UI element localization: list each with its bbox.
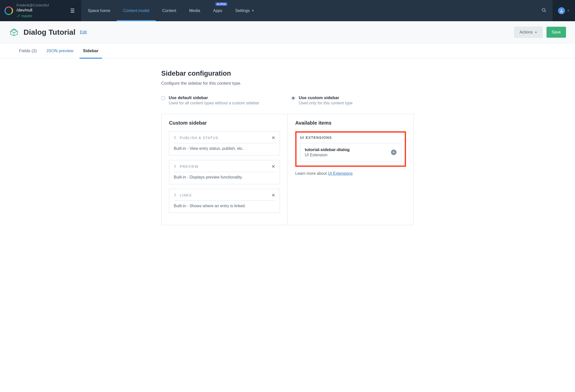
tab-json-preview[interactable]: JSON preview [46, 43, 74, 58]
nav-content[interactable]: Content [156, 0, 183, 21]
chevron-down-icon: ▼ [567, 9, 570, 12]
nav-apps[interactable]: ALPHA Apps [207, 0, 229, 21]
custom-sidebar-panel: Custom sidebar ⠿ PUBLISH & STATUS ✕ Buil… [162, 114, 288, 225]
branch-indicator: ⎇ master [16, 14, 68, 18]
main-nav: Space home Content model Content Media A… [81, 0, 536, 21]
widget-publish-status[interactable]: ⠿ PUBLISH & STATUS ✕ Built-in - View ent… [169, 131, 280, 156]
radio-default-sidebar[interactable]: Use default sidebar Used for all content… [161, 95, 284, 105]
space-name: /dev/null [16, 7, 68, 13]
avatar-icon [558, 7, 565, 14]
tab-sidebar[interactable]: Sidebar [83, 43, 98, 58]
page-title: Dialog Tutorial [24, 28, 76, 36]
radio-icon [161, 96, 165, 100]
close-icon[interactable]: ✕ [272, 164, 275, 169]
drag-handle-icon[interactable]: ⠿ [174, 166, 177, 168]
svg-point-0 [542, 8, 545, 11]
org-name: Frederik@Contentful [16, 3, 68, 7]
group-header: UI EXTENSIONS [300, 136, 401, 140]
save-button[interactable]: Save [546, 27, 566, 38]
top-nav: Frederik@Contentful /dev/null ⎇ master ☰… [0, 0, 575, 21]
add-icon[interactable]: + [391, 150, 396, 155]
edit-link[interactable]: Edit [80, 30, 87, 34]
radio-icon [291, 96, 295, 100]
tab-fields[interactable]: Fields (2) [19, 43, 37, 58]
ui-extensions-link[interactable]: UI Extensions [328, 171, 353, 176]
alpha-badge: ALPHA [216, 2, 227, 6]
radio-custom-sidebar[interactable]: Use custom sidebar Used only for this co… [291, 95, 414, 105]
contentful-logo-icon [4, 6, 13, 15]
section-title: Sidebar configuration [161, 70, 414, 77]
title-bar: Dialog Tutorial Edit Actions ▼ Save [0, 21, 575, 43]
tabs: Fields (2) JSON preview Sidebar [0, 43, 575, 59]
widget-links[interactable]: ⠿ LINKS ✕ Built-in - Shows where an entr… [169, 189, 280, 213]
search-button[interactable] [536, 8, 552, 14]
drag-handle-icon[interactable]: ⠿ [174, 195, 177, 196]
chevron-down-icon: ▼ [535, 31, 537, 34]
available-items-panel: Available items UI EXTENSIONS tutorial-s… [288, 114, 414, 225]
highlight-box: UI EXTENSIONS tutorial-sidebar-dialog UI… [295, 131, 406, 167]
search-icon [542, 8, 546, 13]
svg-point-2 [561, 9, 562, 11]
nav-content-model[interactable]: Content model [117, 0, 156, 21]
branch-name: master [22, 14, 32, 18]
panel-title: Available items [295, 120, 406, 126]
svg-point-5 [15, 29, 16, 30]
widget-preview[interactable]: ⠿ PREVIEW ✕ Built-in - Displays preview … [169, 160, 280, 184]
learn-more: Learn more about UI Extensions [295, 171, 406, 176]
close-icon[interactable]: ✕ [272, 135, 275, 141]
nav-space-home[interactable]: Space home [81, 0, 117, 21]
account-menu[interactable]: ▼ [552, 0, 575, 21]
drag-handle-icon[interactable]: ⠿ [174, 137, 177, 139]
section-description: Configure the sidebar for this content t… [161, 81, 414, 86]
actions-button[interactable]: Actions ▼ [514, 27, 542, 38]
close-icon[interactable]: ✕ [272, 193, 275, 198]
branch-icon: ⎇ [16, 14, 20, 18]
svg-point-4 [14, 29, 14, 30]
hamburger-icon[interactable]: ☰ [68, 6, 77, 16]
nav-settings[interactable]: Settings ▼ [229, 0, 261, 21]
panel-title: Custom sidebar [169, 120, 280, 126]
content-type-icon [9, 27, 19, 37]
available-item[interactable]: tutorial-sidebar-dialog UI Extension + [300, 143, 401, 162]
chevron-down-icon: ▼ [252, 9, 254, 12]
svg-point-3 [12, 29, 13, 30]
nav-media[interactable]: Media [183, 0, 207, 21]
space-switcher[interactable]: Frederik@Contentful /dev/null ⎇ master ☰ [0, 0, 81, 21]
svg-line-1 [545, 11, 546, 12]
